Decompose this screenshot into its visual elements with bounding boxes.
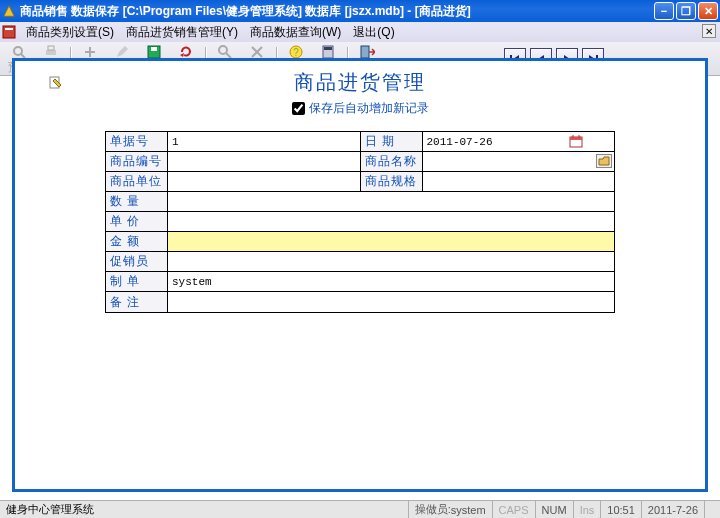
calendar-icon[interactable] — [568, 134, 584, 148]
svg-rect-2 — [5, 28, 13, 30]
label-prodno: 商品编号 — [106, 152, 168, 171]
minimize-button[interactable]: − — [654, 2, 674, 20]
label-remark: 备 注 — [106, 292, 168, 312]
field-prodname[interactable] — [423, 152, 615, 171]
menu-category[interactable]: 商品类别设置(S) — [20, 22, 120, 43]
app-icon — [2, 4, 16, 18]
form-grid: 单据号 1 日 期 2011-07-26 商品编号 商品名称 商品单位 — [105, 131, 615, 313]
label-price: 单 价 — [106, 212, 168, 231]
auto-add-label: 保存后自动增加新记录 — [309, 100, 429, 117]
svg-rect-1 — [3, 26, 15, 38]
field-promoter[interactable] — [168, 252, 614, 271]
svg-text:?: ? — [293, 47, 299, 58]
field-maker[interactable]: system — [168, 272, 614, 291]
status-caps: CAPS — [492, 501, 535, 518]
svg-rect-6 — [48, 46, 54, 50]
svg-rect-20 — [361, 46, 369, 58]
field-amount[interactable] — [168, 232, 614, 251]
menu-query[interactable]: 商品数据查询(W) — [244, 22, 347, 43]
label-maker: 制 单 — [106, 272, 168, 291]
field-unit[interactable] — [168, 172, 361, 191]
status-app: 健身中心管理系统 — [0, 501, 408, 518]
svg-line-4 — [21, 54, 25, 58]
menu-exit[interactable]: 退出(Q) — [347, 22, 400, 43]
svg-line-13 — [226, 53, 231, 58]
svg-marker-0 — [4, 6, 15, 17]
menubar: 商品类别设置(S) 商品进货销售管理(Y) 商品数据查询(W) 退出(Q) ✕ — [0, 22, 720, 42]
window-titlebar: 商品销售 数据保存 [C:\Program Files\健身管理系统] 数据库 … — [0, 0, 720, 22]
restore-button[interactable]: ❐ — [676, 2, 696, 20]
field-date[interactable]: 2011-07-26 — [423, 132, 615, 151]
label-unit: 商品单位 — [106, 172, 168, 191]
label-billno: 单据号 — [106, 132, 168, 151]
svg-rect-10 — [151, 47, 157, 51]
mdi-system-icon[interactable] — [2, 25, 16, 39]
window-title: 商品销售 数据保存 [C:\Program Files\健身管理系统] 数据库 … — [20, 3, 654, 20]
statusbar: 健身中心管理系统 操做员:system CAPS NUM Ins 10:51 2… — [0, 500, 720, 518]
svg-rect-29 — [570, 137, 582, 140]
label-prodname: 商品名称 — [361, 152, 423, 171]
page-title: 商品进货管理 — [25, 69, 695, 96]
label-date: 日 期 — [361, 132, 423, 151]
field-spec[interactable] — [423, 172, 615, 191]
svg-rect-19 — [324, 47, 332, 50]
field-billno[interactable]: 1 — [168, 132, 361, 151]
browse-product-button[interactable] — [596, 154, 612, 168]
status-date: 2011-7-26 — [641, 501, 704, 518]
label-promoter: 促销员 — [106, 252, 168, 271]
label-qty: 数 量 — [106, 192, 168, 211]
field-qty[interactable] — [168, 192, 614, 211]
auto-add-checkbox[interactable] — [292, 102, 305, 115]
status-num: NUM — [535, 501, 573, 518]
svg-point-3 — [14, 47, 22, 55]
close-button[interactable]: ✕ — [698, 2, 718, 20]
field-remark[interactable] — [168, 292, 614, 312]
field-price[interactable] — [168, 212, 614, 231]
svg-rect-5 — [46, 50, 56, 55]
status-time: 10:51 — [600, 501, 641, 518]
resize-grip[interactable] — [704, 501, 720, 518]
svg-marker-11 — [180, 53, 184, 57]
label-amount: 金 额 — [106, 232, 168, 251]
status-ins: Ins — [573, 501, 601, 518]
status-operator: 操做员:system — [408, 501, 492, 518]
label-spec: 商品规格 — [361, 172, 423, 191]
form-panel: 商品进货管理 保存后自动增加新记录 单据号 1 日 期 2011-07-26 商… — [12, 58, 708, 492]
svg-point-12 — [219, 46, 227, 54]
mdi-close-button[interactable]: ✕ — [702, 24, 716, 38]
menu-sales[interactable]: 商品进货销售管理(Y) — [120, 22, 244, 43]
field-prodno[interactable] — [168, 152, 361, 171]
edit-mode-icon — [49, 75, 63, 89]
